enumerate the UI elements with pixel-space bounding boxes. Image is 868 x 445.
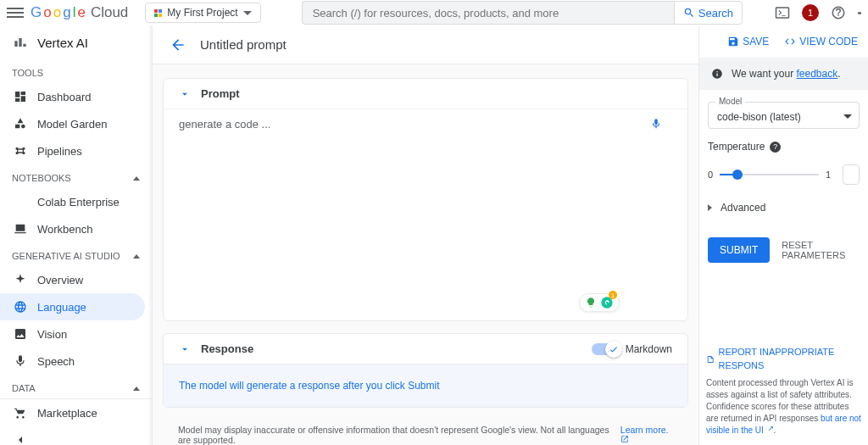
assist-pill[interactable]: 1 (579, 293, 620, 312)
chevron-up-icon (133, 254, 140, 259)
pipelines-icon (14, 144, 27, 158)
sidebar-item-pipelines[interactable]: Pipelines (0, 137, 152, 164)
menu-icon[interactable] (7, 4, 24, 21)
prompt-card: Prompt generate a code ... 1 (163, 78, 688, 321)
temperature-label: Temperature (708, 141, 765, 153)
workbench-icon (14, 222, 27, 236)
chevron-down-icon (843, 114, 852, 119)
page-title: Untitled prompt (200, 37, 287, 52)
submit-button[interactable]: SUBMIT (708, 237, 770, 263)
learn-more-link[interactable]: Learn more. (620, 425, 673, 445)
sidebar-item-vision[interactable]: Vision (0, 320, 152, 348)
response-card: Response Markdown The model will generat… (163, 333, 688, 408)
section-notebooks[interactable]: NOTEBOOKS (0, 164, 152, 188)
help-icon[interactable]: ? (770, 142, 781, 153)
safety-note: Content processed through Vertex AI is a… (706, 378, 861, 435)
section-gen-ai[interactable]: GENERATIVE AI STUDIO (0, 242, 152, 266)
project-icon (154, 9, 162, 17)
temperature-slider[interactable] (720, 174, 819, 175)
vertex-ai-icon (12, 34, 29, 51)
view-code-button[interactable]: VIEW CODE (784, 36, 858, 47)
temperature-input[interactable] (843, 164, 860, 185)
chevron-left-icon (14, 433, 27, 445)
markdown-label: Markdown (626, 343, 672, 355)
model-select[interactable]: Model code-bison (latest) (708, 102, 860, 129)
chevron-right-icon (708, 204, 712, 211)
marketplace-icon (14, 406, 27, 420)
spark-icon (14, 273, 27, 286)
model-value: code-bison (latest) (717, 111, 801, 123)
speech-icon (14, 354, 27, 368)
disclaimer: Model may display inaccurate or offensiv… (163, 420, 688, 445)
section-data[interactable]: DATA (0, 375, 152, 398)
collapse-prompt-icon[interactable] (179, 88, 191, 100)
search-input[interactable] (302, 1, 674, 25)
feedback-link[interactable]: feedback (796, 68, 837, 80)
project-selector[interactable]: My First Project (145, 3, 260, 23)
chevron-up-icon (133, 176, 140, 181)
product-title[interactable]: Vertex AI (0, 25, 152, 59)
sidebar-item-speech[interactable]: Speech (0, 348, 152, 375)
google-cloud-logo[interactable]: Google Cloud (31, 4, 128, 21)
advanced-toggle[interactable]: Advanced (699, 185, 868, 231)
report-link[interactable]: REPORT INAPPROPRIATE RESPONS (706, 346, 861, 372)
search-button[interactable]: Search (674, 1, 743, 25)
sidebar-item-marketplace[interactable]: Marketplace (0, 399, 152, 426)
markdown-toggle[interactable] (592, 343, 620, 355)
search-icon (683, 7, 695, 19)
grammarly-icon: 1 (600, 296, 614, 309)
notifications-badge[interactable]: 1 (802, 4, 819, 21)
vision-icon (14, 327, 27, 341)
project-name: My First Project (167, 7, 237, 19)
bulb-icon (585, 297, 597, 309)
cloud-shell-icon[interactable] (775, 5, 790, 20)
colab-icon (14, 195, 27, 209)
more-icon[interactable] (858, 5, 861, 20)
sidebar-item-overview[interactable]: Overview (0, 266, 152, 293)
right-panel: SAVE VIEW CODE We want your feedback. Mo… (698, 25, 868, 445)
sidebar-collapse[interactable] (0, 426, 152, 445)
prompt-input[interactable]: generate a code ... 1 (164, 108, 687, 320)
sidebar-item-model-garden[interactable]: Model Garden (0, 110, 152, 137)
prompt-label: Prompt (201, 87, 240, 100)
chevron-down-icon (243, 11, 252, 15)
response-label: Response (201, 342, 253, 355)
info-icon (711, 68, 723, 80)
sidebar: Vertex AI TOOLS Dashboard Model Garden P… (0, 25, 153, 445)
sidebar-item-workbench[interactable]: Workbench (0, 215, 152, 242)
model-garden-icon (14, 117, 27, 131)
collapse-response-icon[interactable] (179, 343, 191, 355)
sidebar-item-colab[interactable]: Colab Enterprise (0, 188, 152, 215)
back-arrow-icon[interactable] (170, 36, 186, 53)
response-placeholder: The model will generate a response after… (164, 364, 687, 407)
sidebar-item-dashboard[interactable]: Dashboard (0, 83, 152, 110)
language-icon (14, 300, 27, 314)
sidebar-item-language[interactable]: Language (0, 293, 145, 320)
section-tools: TOOLS (0, 59, 152, 83)
help-icon[interactable] (831, 5, 846, 20)
save-button[interactable]: SAVE (727, 36, 769, 47)
reset-parameters-link[interactable]: RESET PARAMETERS (782, 240, 860, 260)
dashboard-icon (14, 90, 27, 103)
mic-icon[interactable] (650, 118, 662, 130)
feedback-banner: We want your feedback. (699, 58, 868, 90)
chevron-up-icon (133, 387, 140, 391)
